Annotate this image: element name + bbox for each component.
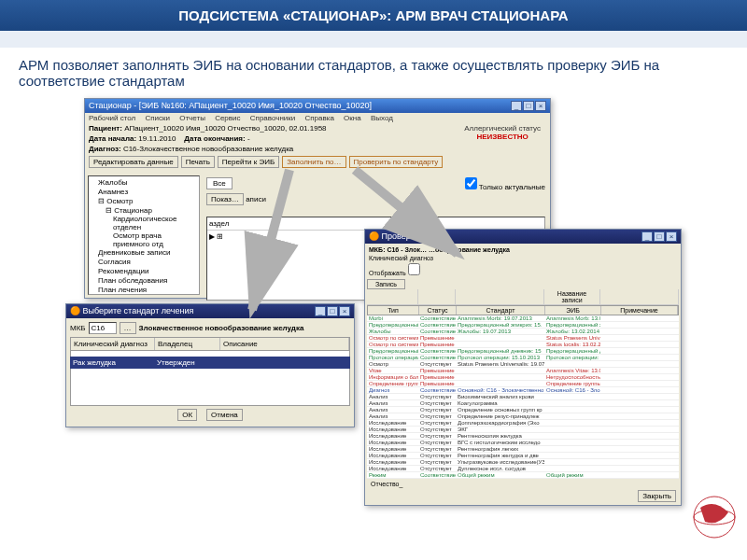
table-row[interactable]: ИсследованиеОтсутствуетРентгеноскопия же…: [367, 433, 679, 440]
tab-record[interactable]: Запись: [367, 279, 405, 289]
patient-row: Аллергический статус НЕИЗВЕСТНО Пациент:…: [85, 123, 550, 133]
cell: ЭКГ: [456, 427, 544, 432]
menu-item[interactable]: Справочники: [250, 114, 295, 122]
only-actual-check[interactable]: [465, 177, 477, 189]
table-row[interactable]: ИсследованиеОтсутствуетРентгенография же…: [367, 453, 679, 459]
menu-item[interactable]: Рабочий стол: [89, 114, 135, 122]
col: Владелец: [155, 338, 220, 350]
print-button[interactable]: Печать: [181, 156, 215, 168]
table-row[interactable]: ИсследованиеОтсутствуетВГС с гистологиче…: [367, 440, 679, 446]
intro-text: АРМ позволяет заполнять ЭИБ на основании…: [0, 48, 747, 98]
table-row[interactable]: MorbiСоответствиеAnamnesis Morbi: 19.07.…: [367, 315, 679, 322]
table-row[interactable]: ИсследованиеОтсутствуетРентгенография ле…: [367, 446, 679, 453]
show-button[interactable]: Показ…: [206, 193, 244, 205]
menu-item[interactable]: Окна: [344, 114, 361, 122]
fill-button[interactable]: Заполнить по…: [282, 156, 345, 168]
table-row[interactable]: ОсмотрОтсутствуетStatus Praesens Univers…: [367, 361, 679, 368]
cell: [544, 466, 600, 471]
cell: Основной: C16 - Злокачественное но: [544, 387, 600, 393]
cell: Исследование: [367, 459, 418, 465]
win2-title-bar: 🟠 Проверка по… _ □ ×: [365, 230, 681, 244]
maximize-icon[interactable]: □: [523, 101, 534, 111]
tree-item[interactable]: Стационар: [114, 206, 152, 215]
cell: [600, 368, 679, 373]
mkb-input[interactable]: [89, 322, 117, 334]
table-row[interactable]: Осмотр по системам оПревышениеStatus Pra…: [367, 335, 679, 342]
tab-all[interactable]: Все: [206, 177, 233, 189]
cell: Превышение: [418, 381, 456, 386]
diag-value: C16-Злокачественное новообразование желу…: [123, 145, 293, 153]
menu-item[interactable]: Справка: [304, 114, 333, 122]
menu-item[interactable]: Выход: [371, 114, 393, 122]
tree-item[interactable]: Рекомендации: [91, 267, 197, 276]
tree-item[interactable]: Осмотр: [106, 197, 133, 205]
table-row[interactable]: Протокол операцииСоответствиеПротокол оп…: [367, 355, 679, 361]
ok-button[interactable]: ОК: [177, 409, 197, 421]
cell: Осмотр по системам о: [367, 335, 418, 341]
dlg1-selected-row[interactable]: Рак желудка Утвержден: [70, 357, 350, 369]
tree-item[interactable]: План обследования: [91, 276, 197, 286]
cell: Исследование: [367, 433, 418, 439]
cell: [600, 446, 679, 452]
dlg1-columns: Клинический диагноз Владелец Описание: [70, 337, 350, 351]
table-row[interactable]: АнализОтсутствуетОпределение основных гр…: [367, 407, 679, 413]
table-row[interactable]: ДиагнозСоответствиеОсновной: C16 - Злока…: [367, 387, 679, 394]
menu-bar[interactable]: Рабочий стол Списки Отчеты Сервис Справо…: [85, 113, 550, 123]
cell: [600, 348, 679, 354]
minimize-icon[interactable]: _: [315, 306, 326, 316]
cell: Отсутствует: [418, 413, 456, 419]
check-button[interactable]: Проверить по стандарту: [349, 156, 444, 168]
cell: Morbi: [367, 315, 418, 321]
tree-item[interactable]: Анамнез: [91, 188, 197, 197]
maximize-icon[interactable]: □: [327, 306, 338, 316]
table-row[interactable]: ИсследованиеОтсутствуетДопплерэхокардиог…: [367, 420, 679, 427]
cell: [544, 420, 600, 426]
table-row[interactable]: ЖалобыСоответствиеЖалобы: 19.07.2013Жало…: [367, 329, 679, 335]
table-row[interactable]: VitaeПревышениеAnamnesis Vitae: 13.02.20…: [367, 368, 679, 374]
close-icon[interactable]: ×: [666, 231, 677, 242]
tree-item[interactable]: Жалобы: [91, 178, 197, 188]
menu-item[interactable]: Отчеты: [179, 114, 205, 122]
win2-rows[interactable]: MorbiСоответствиеAnamnesis Morbi: 19.07.…: [367, 315, 679, 479]
menu-item[interactable]: Списки: [145, 114, 170, 122]
filter-check[interactable]: [408, 263, 420, 275]
table-row[interactable]: Осмотр по системам оПревышениеStatus loc…: [367, 342, 679, 348]
cell: Отсутствует: [418, 400, 456, 406]
table-row[interactable]: Предоперационный дСоответствиеПредоперац…: [367, 322, 679, 329]
tree-item[interactable]: Кардиологическое отделен: [91, 215, 197, 231]
table-row[interactable]: Предоперационный дСоответствиеПредоперац…: [367, 348, 679, 355]
goto-button[interactable]: Перейти к ЭИБ: [218, 156, 279, 168]
minimize-icon[interactable]: _: [641, 231, 653, 242]
cancel-button[interactable]: Отмена: [206, 409, 243, 421]
table-row[interactable]: АнализОтсутствуетБиохимический анализ кр…: [367, 394, 679, 400]
table-row[interactable]: АнализОтсутствуетКоагулограмма: [367, 400, 679, 407]
table-row[interactable]: ИсследованиеОтсутствуетДуплексное иссл. …: [367, 466, 679, 472]
table-row[interactable]: ИсследованиеОтсутствуетЭКГ: [367, 427, 679, 433]
clear-btn[interactable]: …: [120, 322, 136, 334]
close-icon[interactable]: ×: [535, 101, 546, 111]
close-icon[interactable]: ×: [339, 306, 350, 316]
table-row[interactable]: АнализОтсутствуетОпределение резус-прина…: [367, 413, 679, 420]
menu-item[interactable]: Сервис: [215, 114, 240, 122]
cell: [600, 433, 679, 439]
edit-button[interactable]: Редактировать данные: [89, 156, 178, 168]
subheader-strip: [0, 31, 747, 48]
cell: Определение основных групп кр: [456, 407, 544, 413]
cell: Рентгенография легких: [456, 446, 544, 452]
table-row[interactable]: Определение группыПревышениеОпределение …: [367, 381, 679, 387]
table-row[interactable]: РежимСоответствиеОбщий режимОбщий режим: [367, 472, 679, 479]
tree-item[interactable]: Дневниковые записи: [91, 248, 197, 258]
dlg1-title-bar: 🟠 Выберите стандарт лечения _ □ ×: [66, 304, 354, 318]
table-row[interactable]: ИсследованиеОтсутствуетУльтразвуковое ис…: [367, 459, 679, 466]
tree-item[interactable]: План лечения: [91, 286, 197, 295]
cell: [600, 453, 679, 458]
minimize-icon[interactable]: _: [511, 101, 522, 111]
tree-item[interactable]: Осмотр врача приемного отд: [91, 231, 197, 248]
cell: Соответствие: [418, 348, 456, 354]
maximize-icon[interactable]: □: [654, 231, 665, 242]
close-button[interactable]: Закрыть: [638, 490, 676, 502]
tree-pane[interactable]: Жалобы Анамнез ⊟ Осмотр ⊟ Стационар Кард…: [88, 175, 200, 295]
tree-item[interactable]: Согласия: [91, 258, 197, 267]
cell: Утвержден: [154, 357, 219, 369]
table-row[interactable]: Информация о больниПревышениеНетрудоспос…: [367, 374, 679, 381]
